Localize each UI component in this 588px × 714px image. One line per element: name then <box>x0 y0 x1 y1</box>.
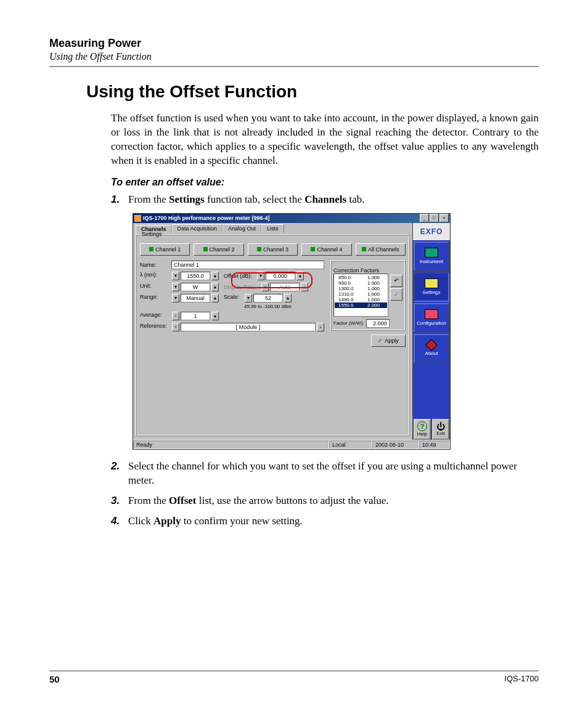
about-nav-button[interactable]: About <box>414 334 449 363</box>
average-field[interactable]: 1 <box>181 312 210 320</box>
correction-factors-list[interactable]: 850.01.000 980.01.000 1300.01.000 1310.0… <box>333 274 388 317</box>
status-time: 10:49 <box>419 440 450 449</box>
channel-indicator-icon <box>203 247 208 251</box>
range-label: Range: <box>140 294 169 309</box>
correction-factors-groupbox: Correction Factors 850.01.000 980.01.000… <box>330 261 406 331</box>
unit-field[interactable]: W <box>181 283 210 291</box>
channel-indicator-icon <box>257 247 261 251</box>
instrument-nav-button[interactable]: Instrument <box>414 241 449 271</box>
task-title: To enter an offset value: <box>111 177 539 188</box>
status-date: 2002-06-10 <box>372 440 419 449</box>
minimize-button[interactable]: _ <box>420 214 429 222</box>
undo-icon: ↶ <box>394 277 399 284</box>
channel-2-button[interactable]: Channel 2 <box>194 243 243 256</box>
status-local: Local <box>329 440 372 449</box>
settings-groupbox-title: Settings <box>140 231 164 237</box>
confirm-button[interactable]: ✓ <box>390 288 402 301</box>
footer-model: IQS-1700 <box>504 674 539 684</box>
cf-row[interactable]: 1480.01.000 <box>335 297 387 302</box>
factor-label: Factor (W/W): <box>333 320 364 326</box>
side-toolbar: EXFO Instrument Settings Configuration A… <box>412 223 450 440</box>
app-icon <box>134 215 141 222</box>
page-number: 50 <box>49 674 60 684</box>
about-icon <box>425 339 438 351</box>
factor-field[interactable]: 2.000 <box>366 319 390 328</box>
scale-up-button[interactable]: ▲ <box>284 294 292 302</box>
cf-row[interactable]: 980.01.000 <box>335 280 387 286</box>
lambda-down-button[interactable]: ▼ <box>172 272 179 280</box>
step-2: 2. Select the channel for which you want… <box>111 460 539 488</box>
function-tabs: Channels Data Acquisition Analog Out Lis… <box>136 224 410 233</box>
channel-4-button[interactable]: Channel 4 <box>301 243 351 256</box>
display-res-down-button: ▼ <box>261 283 269 291</box>
cf-row[interactable]: 850.01.000 <box>335 275 387 280</box>
offset-label: Offset (dB): <box>224 273 252 279</box>
name-field[interactable]: Channel 1 <box>171 261 324 269</box>
settings-icon <box>425 278 438 288</box>
channel-1-button[interactable]: Channel 1 <box>140 243 190 256</box>
range-field[interactable]: Manual <box>181 294 210 302</box>
display-res-label: Display Res.: <box>224 284 256 290</box>
step-1: 1. From the Settings function tab, selec… <box>111 193 539 207</box>
apply-button[interactable]: ✓Apply <box>371 335 406 347</box>
power-icon: ⏻ <box>436 422 445 431</box>
lambda-field[interactable]: 1550.0 <box>181 272 210 280</box>
scale-field[interactable]: 52 <box>253 294 283 302</box>
settings-nav-button[interactable]: Settings <box>414 272 449 302</box>
reference-down-button: ▼ <box>172 323 179 331</box>
scale-down-button[interactable]: ▼ <box>245 294 252 302</box>
display-res-field: Auto <box>270 283 300 291</box>
app-screenshot: IQS-1700 High performance power meter [9… <box>133 213 451 450</box>
section-title: Using the Offset Function <box>86 82 539 102</box>
tab-data-acquisition[interactable]: Data Acquisition <box>172 224 223 233</box>
all-channels-button[interactable]: All Channels <box>356 243 406 256</box>
lambda-up-button[interactable]: ▲ <box>211 272 219 280</box>
help-icon: ? <box>417 421 427 431</box>
configuration-icon <box>425 309 438 319</box>
intro-paragraph: The offset function is used when you wan… <box>111 112 539 168</box>
maximize-button[interactable]: □ <box>430 214 439 222</box>
cf-row[interactable]: 1310.01.000 <box>335 291 387 297</box>
average-up-button[interactable]: ▲ <box>211 312 219 320</box>
display-res-up-button: ▲ <box>301 283 308 291</box>
range-down-button[interactable]: ▼ <box>172 294 179 302</box>
unit-down-button[interactable]: ▼ <box>172 283 179 291</box>
cf-row[interactable]: 1300.01.000 <box>335 286 387 291</box>
scale-range-text: 45.99 to -100.00 dBm <box>244 304 292 309</box>
unit-label: Unit: <box>140 283 169 291</box>
close-button[interactable]: × <box>439 214 449 222</box>
settings-groupbox: Settings Channel 1 Channel 2 Channel 3 C… <box>136 234 410 436</box>
correction-factors-title: Correction Factors <box>333 267 379 274</box>
channel-indicator-icon <box>311 247 315 251</box>
exit-button[interactable]: ⏻Exit <box>432 419 449 440</box>
cf-row-selected[interactable]: 1550.02.000 <box>335 302 387 308</box>
channel-indicator-icon <box>149 247 153 251</box>
running-head-section: Using the Offset Function <box>49 51 539 62</box>
offset-field[interactable]: 0.000 <box>266 272 295 280</box>
range-up-button[interactable]: ▲ <box>211 294 219 302</box>
tab-analog-out[interactable]: Analog Out <box>223 224 261 233</box>
help-button[interactable]: ?Help <box>414 419 431 440</box>
page-footer: 50 IQS-1700 <box>49 670 539 684</box>
configuration-nav-button[interactable]: Configuration <box>414 303 449 333</box>
window-titlebar: IQS-1700 High performance power meter [9… <box>133 214 450 223</box>
status-ready: Ready <box>133 440 329 449</box>
unit-up-button[interactable]: ▲ <box>211 283 219 291</box>
offset-up-button[interactable]: ▲ <box>296 272 304 280</box>
reference-field[interactable]: [ Module ] <box>181 323 316 331</box>
vendor-logo: EXFO <box>413 223 450 241</box>
tab-lists[interactable]: Lists <box>261 224 284 233</box>
window-title: IQS-1700 High performance power meter [9… <box>143 215 419 221</box>
undo-button[interactable]: ↶ <box>390 275 402 287</box>
channel-3-button[interactable]: Channel 3 <box>248 243 298 256</box>
instrument-icon <box>425 248 438 258</box>
offset-down-button[interactable]: ▼ <box>257 272 264 280</box>
step-4: 4. Click Apply to confirm your new setti… <box>111 514 539 529</box>
check-icon: ✓ <box>378 338 383 344</box>
average-label: Average: <box>140 312 169 320</box>
scale-label: Scale: <box>224 294 239 300</box>
reference-up-button: ▲ <box>317 323 324 331</box>
header-rule <box>49 66 539 67</box>
check-icon: ✓ <box>394 291 399 298</box>
reference-label: Reference: <box>140 323 169 331</box>
